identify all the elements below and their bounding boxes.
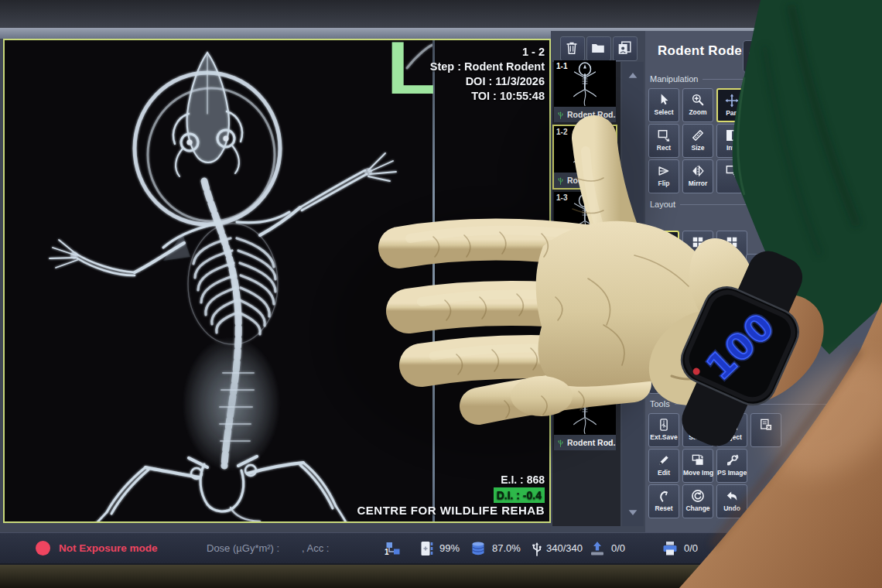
battery-value: 99% xyxy=(439,542,460,554)
print-count: 0/0 xyxy=(684,542,698,554)
step-name: Step : Rodent Rodent xyxy=(430,60,545,74)
thumbnail-id: 1-3 xyxy=(556,193,567,202)
usb-icon xyxy=(556,241,566,251)
thumbnail-scrollbar[interactable] xyxy=(622,62,644,526)
control-panel: Rodent Rodent Manipulation Select Zoom P… xyxy=(645,31,882,532)
open-folder-button[interactable] xyxy=(586,36,611,61)
delete-button[interactable]: Delete xyxy=(682,360,713,394)
scroll-down-icon[interactable] xyxy=(624,506,641,518)
laterality-marker: L xyxy=(387,31,436,105)
move-image-button[interactable]: Move Img xyxy=(682,449,713,483)
rotate-step-button[interactable] xyxy=(743,40,775,73)
unknown-icon xyxy=(724,163,740,179)
ext-save-icon xyxy=(656,417,672,432)
layout-1x2-button[interactable] xyxy=(648,231,679,265)
edit-icon xyxy=(656,453,672,468)
rodent-xray-image xyxy=(5,40,432,521)
section-manipulation: Manipulation xyxy=(650,74,874,84)
thumbnail-1-1[interactable]: 1-1 Rodent Rod... xyxy=(554,60,616,122)
size-icon xyxy=(690,128,706,143)
reset-button[interactable]: Reset xyxy=(648,484,679,518)
rect-button[interactable]: Rect xyxy=(648,124,679,158)
stitch-link-icon xyxy=(754,258,769,273)
undo-button[interactable]: Undo xyxy=(716,484,747,518)
ext-save-button[interactable]: Ext.Save xyxy=(648,413,679,447)
select-icon xyxy=(656,92,672,108)
layout-2x2-button[interactable]: 2x2 xyxy=(682,231,713,265)
invert-button[interactable]: Inv. xyxy=(716,124,747,158)
time-of-imaging: TOI : 10:55:48 xyxy=(430,89,545,104)
panel-button-partial[interactable] xyxy=(750,413,781,447)
thumbnail-label: Rodent Rod... xyxy=(567,438,616,447)
copy-study-button[interactable] xyxy=(613,36,638,61)
database-icon xyxy=(469,539,487,558)
workstation-photo: L 1 - 2 Step : Rodent Rodent DOI : 11/3/… xyxy=(0,0,882,588)
acc-label: , Acc : xyxy=(302,542,329,554)
usb-icon xyxy=(556,110,566,120)
move-image-icon xyxy=(690,453,706,468)
panel-button-partial[interactable] xyxy=(716,159,747,193)
network-count: 1 xyxy=(385,548,389,556)
change-button[interactable]: Change xyxy=(682,484,713,518)
mirror-button[interactable]: Mirror xyxy=(682,159,713,193)
delete-study-button[interactable] xyxy=(560,36,585,61)
panel-button-partial[interactable] xyxy=(716,231,747,265)
flip-icon xyxy=(656,163,672,179)
size-button[interactable]: Size xyxy=(682,124,713,158)
zoom-button[interactable]: Zoom xyxy=(682,88,713,122)
image-info-overlay: 1 - 2 Step : Rodent Rodent DOI : 11/3/20… xyxy=(430,45,545,104)
facility-name: CENTRE FOR WILDLIFE REHAB xyxy=(357,503,545,518)
unknown-icon xyxy=(724,234,740,250)
viewport-divider[interactable] xyxy=(432,40,435,521)
exposure-mode-text: Not Exposure mode xyxy=(59,542,158,554)
reject-icon xyxy=(724,417,740,432)
unknown-icon xyxy=(758,92,774,108)
layout-2x2-icon xyxy=(690,234,706,250)
mirror-icon xyxy=(690,163,706,179)
reject-button[interactable]: Reject xyxy=(716,413,747,447)
pan-icon xyxy=(724,93,740,108)
thumbnail-1-6[interactable]: 1-6 Rodent Rod... xyxy=(554,388,616,450)
pan-button[interactable]: Pan xyxy=(716,88,747,122)
panel-title: Rodent Rodent xyxy=(658,43,755,59)
invert-icon xyxy=(724,128,740,143)
usb-count: 340/340 xyxy=(546,542,583,554)
exposure-index: E.I. : 868 xyxy=(357,472,545,487)
monitor-bottom-bezel xyxy=(0,563,882,588)
unknown-icon xyxy=(758,417,774,432)
undo-icon xyxy=(724,488,740,504)
storage-value: 87.0% xyxy=(492,542,521,554)
ps-image-button[interactable]: PS Image xyxy=(716,449,747,483)
scroll-up-icon[interactable] xyxy=(624,70,641,82)
trash-icon xyxy=(563,39,580,56)
edit-button[interactable]: Edit xyxy=(648,449,679,483)
thumbnail-strip: 1-1 Rodent Rod... 1-2 Rodent Rod... 1-3 … xyxy=(551,31,645,532)
worklist-document-icon[interactable] xyxy=(727,539,746,558)
hide-button[interactable]: Hide xyxy=(648,360,679,394)
thumbnail-label: Rodent Rod... xyxy=(567,241,616,251)
thumbnail-1-3[interactable]: 1-3 Rodent Rod... xyxy=(554,192,616,254)
exposure-mode-indicator xyxy=(36,541,50,556)
ps-image-icon xyxy=(724,453,740,468)
thumbnail-1-2-selected[interactable]: 1-2 Rodent Rod... xyxy=(554,126,616,188)
change-icon xyxy=(690,488,706,504)
hide-icon xyxy=(656,364,672,379)
select-button[interactable]: Select xyxy=(648,88,679,122)
layout-1x2-icon xyxy=(656,235,672,251)
upload-count: 0/0 xyxy=(611,542,625,554)
panel-button-partial[interactable] xyxy=(746,254,777,288)
exposure-overlay: E.I. : 868 D.I. : -0.4 CENTRE FOR WILDLI… xyxy=(357,472,545,518)
series-number: 1 - 2 xyxy=(430,45,545,60)
section-layout: Layout xyxy=(650,200,874,209)
stitch-button[interactable]: Stitch xyxy=(682,413,713,447)
panel-button-partial[interactable] xyxy=(750,88,781,122)
usb-icon xyxy=(556,176,566,186)
cassette-battery-icon xyxy=(418,539,436,558)
copy-icon xyxy=(616,39,633,56)
flip-button[interactable]: Flip xyxy=(648,159,679,193)
date-of-imaging: DOI : 11/3/2026 xyxy=(430,74,545,89)
xray-viewport[interactable]: L 1 - 2 Step : Rodent Rodent DOI : 11/3/… xyxy=(3,39,551,523)
deviation-index-badge: D.I. : -0.4 xyxy=(494,487,545,503)
section-tools: Tools xyxy=(650,399,874,409)
reset-icon xyxy=(656,488,672,504)
